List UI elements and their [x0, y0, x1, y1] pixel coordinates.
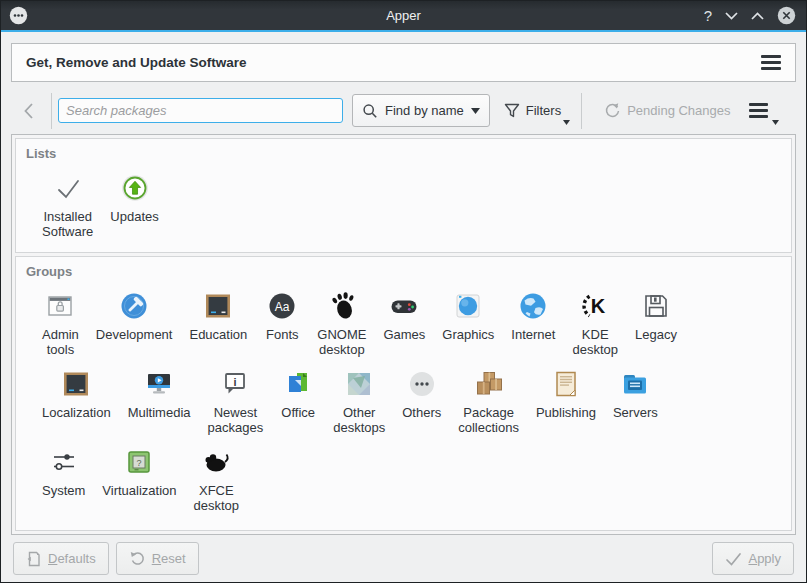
- filters-button[interactable]: Filters: [496, 94, 569, 127]
- minimize-button[interactable]: [725, 12, 738, 20]
- apply-button[interactable]: Apply: [712, 542, 794, 575]
- list-item-updates[interactable]: Updates: [110, 171, 158, 224]
- minimize-icon: [725, 12, 738, 20]
- reset-button[interactable]: Reset: [116, 542, 199, 575]
- group-item-legacy[interactable]: Legacy: [635, 289, 677, 342]
- filter-funnel-icon: [504, 103, 520, 118]
- page-title: Get, Remove and Update Software: [26, 55, 247, 70]
- back-chevron-icon: [23, 102, 34, 120]
- servers-folder-icon: [619, 367, 651, 401]
- group-item-label: Games: [383, 327, 425, 342]
- group-item-label: Internet: [511, 327, 555, 342]
- group-item-publishing[interactable]: Publishing: [536, 367, 596, 420]
- group-item-virtualization[interactable]: ? Virtualization: [102, 445, 176, 498]
- office-icon: [282, 367, 314, 401]
- group-item-xfce-desktop[interactable]: XFCE desktop: [194, 445, 240, 513]
- lists-section-label: Lists: [16, 139, 791, 163]
- find-by-name-label: Find by name: [385, 103, 464, 118]
- groups-section-label: Groups: [16, 257, 791, 281]
- svg-text:i: i: [234, 376, 237, 388]
- search-input[interactable]: [58, 98, 343, 123]
- titlebar[interactable]: Apper ?: [1, 1, 806, 32]
- toolbar-separator: [581, 93, 582, 129]
- group-item-label: Other desktops: [333, 405, 385, 435]
- group-item-package-collections[interactable]: Package collections: [458, 367, 519, 435]
- defaults-label: Defaults: [48, 551, 96, 566]
- group-item-admin-tools[interactable]: Admin tools: [42, 289, 79, 357]
- group-item-fonts[interactable]: Aa Fonts: [264, 289, 300, 342]
- group-item-label: Others: [402, 405, 441, 420]
- group-item-multimedia[interactable]: Multimedia: [128, 367, 191, 420]
- chevron-down-icon: [772, 120, 779, 125]
- close-button[interactable]: [777, 6, 796, 25]
- back-button[interactable]: [11, 94, 45, 128]
- education-blackboard-icon: [202, 289, 234, 323]
- group-item-newest-packages[interactable]: i Newest packages: [208, 367, 264, 435]
- group-item-label: Localization: [42, 405, 111, 420]
- groups-section: Groups Admin tools: [15, 256, 792, 531]
- other-desktops-mosaic-icon: [343, 367, 375, 401]
- group-item-gnome-desktop[interactable]: GNOME desktop: [317, 289, 366, 357]
- group-item-servers[interactable]: Servers: [613, 367, 658, 420]
- find-by-name-combobox[interactable]: Find by name: [352, 94, 490, 127]
- header-menu-button[interactable]: [761, 55, 781, 70]
- group-item-label: KDE desktop: [572, 327, 618, 357]
- defaults-icon: [26, 551, 42, 567]
- list-item-installed-software[interactable]: Installed Software: [42, 171, 93, 239]
- group-item-label: Graphics: [442, 327, 494, 342]
- kde-gear-icon: K: [579, 289, 611, 323]
- group-item-label: System: [42, 483, 85, 498]
- pending-changes-button[interactable]: Pending Changes: [596, 94, 738, 127]
- group-item-internet[interactable]: Internet: [511, 289, 555, 342]
- svg-text:?: ?: [137, 458, 142, 468]
- group-item-graphics[interactable]: Graphics: [442, 289, 494, 342]
- toolbar-separator: [51, 93, 52, 129]
- multimedia-icon: [143, 367, 175, 401]
- page-header: Get, Remove and Update Software: [11, 43, 796, 82]
- window-title: Apper: [1, 8, 806, 23]
- defaults-button[interactable]: Defaults: [13, 542, 109, 575]
- xfce-mouse-icon: [199, 445, 233, 479]
- package-boxes-icon: [472, 367, 506, 401]
- filters-label: Filters: [526, 103, 561, 118]
- svg-text:K: K: [591, 295, 606, 317]
- group-item-localization[interactable]: Localization: [42, 367, 111, 420]
- toolbar: Find by name Filters Pending Changes: [11, 90, 796, 131]
- reset-label: Reset: [152, 551, 186, 566]
- system-sliders-icon: [48, 445, 80, 479]
- group-item-office[interactable]: Office: [280, 367, 316, 420]
- newest-packages-info-icon: i: [219, 367, 251, 401]
- graphics-icon: [452, 289, 484, 323]
- group-item-label: Education: [189, 327, 247, 342]
- development-icon: [118, 289, 150, 323]
- group-item-development[interactable]: Development: [96, 289, 173, 342]
- apply-checkmark-icon: [725, 552, 742, 566]
- group-item-label: Publishing: [536, 405, 596, 420]
- updates-icon: [120, 171, 150, 205]
- help-button[interactable]: ?: [704, 8, 712, 23]
- group-item-kde-desktop[interactable]: K KDE desktop: [572, 289, 618, 357]
- virtualization-chip-icon: ?: [123, 445, 155, 479]
- group-item-system[interactable]: System: [42, 445, 85, 498]
- localization-blackboard-icon: [60, 367, 92, 401]
- publishing-document-icon: [550, 367, 582, 401]
- group-item-label: Multimedia: [128, 405, 191, 420]
- toolbar-overflow-menu-button[interactable]: [743, 94, 778, 127]
- others-ellipsis-icon: [406, 367, 438, 401]
- group-item-games[interactable]: Games: [383, 289, 425, 342]
- apper-window: Apper ? Get, Remove and Update Software: [0, 0, 807, 583]
- reset-undo-icon: [129, 550, 146, 567]
- group-item-other-desktops[interactable]: Other desktops: [333, 367, 385, 435]
- group-item-label: Newest packages: [208, 405, 264, 435]
- group-item-label: GNOME desktop: [317, 327, 366, 357]
- group-item-others[interactable]: Others: [402, 367, 441, 420]
- group-item-label: Admin tools: [42, 327, 79, 357]
- group-item-label: XFCE desktop: [194, 483, 240, 513]
- installed-software-checkmark-icon: [52, 171, 84, 205]
- chevron-down-icon: [563, 120, 570, 125]
- maximize-icon: [751, 12, 764, 20]
- maximize-button[interactable]: [751, 12, 764, 20]
- footer-bar: Defaults Reset Apply: [1, 535, 806, 582]
- group-item-education[interactable]: Education: [189, 289, 247, 342]
- gnome-foot-icon: [326, 289, 358, 323]
